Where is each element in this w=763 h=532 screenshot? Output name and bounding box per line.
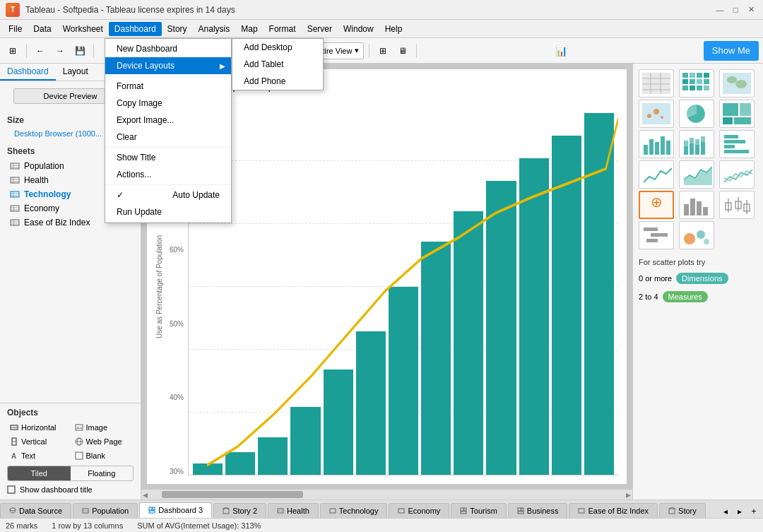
menu-format[interactable]: Format [105,78,231,95]
floating-button[interactable]: Floating [71,466,134,480]
tab-health[interactable]: Health [268,503,319,518]
menu-data[interactable]: Data [28,22,57,36]
minimize-button[interactable]: — [714,4,726,16]
thumb-bubble[interactable] [679,221,714,249]
thumb-map-geo[interactable] [719,69,755,97]
tab-dashboard[interactable]: Dashboard [0,64,56,81]
thumb-map-scatter[interactable] [639,100,674,128]
bar-1[interactable] [193,463,223,475]
toolbar-grid[interactable]: ⊞ [374,42,391,59]
bar-13[interactable] [584,113,614,475]
thumb-pie[interactable] [679,100,714,128]
toolbar-monitor[interactable]: 🖥 [394,42,411,59]
object-image[interactable]: Image [72,422,134,433]
thumb-text-table[interactable] [639,69,674,97]
y-tick-30: 30% [170,468,184,475]
menu-export-image[interactable]: Export Image... [105,112,231,129]
thumb-treemap[interactable] [719,100,755,128]
tab-layout[interactable]: Layout [56,64,95,81]
thumb-line[interactable] [639,160,674,189]
tab-story[interactable]: Story [659,503,706,518]
thumb-bar[interactable] [639,130,674,158]
tab-economy[interactable]: Economy [389,503,449,518]
bar-4[interactable] [290,407,320,475]
svg-rect-72 [701,142,705,155]
tab-population[interactable]: Population [73,503,138,518]
menu-new-dashboard[interactable]: New Dashboard [105,40,231,57]
tab-add[interactable]: + [747,505,760,518]
thumb-histogram[interactable] [679,191,714,219]
sheet-population-label: Population [24,161,64,171]
menu-file[interactable]: File [3,22,28,36]
menu-actions[interactable]: Actions... [105,166,231,183]
bar-5[interactable] [324,370,353,475]
menu-device-layouts[interactable]: Device Layouts ▶ [105,57,231,74]
bar-6[interactable] [356,331,386,475]
svg-rect-66 [684,146,688,155]
bar-11[interactable] [519,158,549,475]
bar-7[interactable] [389,287,418,475]
bar-8[interactable] [421,242,451,475]
submenu-add-tablet[interactable]: Add Tablet [232,56,323,73]
menu-help[interactable]: Help [379,22,408,36]
scrollbar-thumb[interactable] [162,491,303,498]
menu-map[interactable]: Map [235,22,263,36]
bar-3[interactable] [258,437,288,475]
tab-data-source[interactable]: Data Source [0,503,71,518]
tab-dashboard3[interactable]: Dashboard 3 [139,502,212,518]
toolbar-save[interactable]: 💾 [71,42,88,59]
tab-technology[interactable]: Technology [320,503,388,518]
thumb-scatter[interactable]: ⊕ [639,191,674,219]
submenu-add-phone[interactable]: Add Phone [232,73,323,90]
menu-auto-update[interactable]: Auto Update [105,187,231,203]
object-web-page[interactable]: Web Page [72,436,134,447]
toolbar-new[interactable]: ⊞ [4,42,21,59]
tab-ease-of-biz[interactable]: Ease of Biz Index [569,503,658,518]
menu-window[interactable]: Window [338,22,379,36]
object-vertical[interactable]: Vertical [7,436,69,447]
menu-show-title[interactable]: Show Title [105,149,231,166]
toolbar-forward[interactable]: → [52,42,69,59]
bar-12[interactable] [552,136,581,475]
thumb-stacked-bar[interactable] [679,130,714,158]
menu-copy-image[interactable]: Copy Image [105,95,231,112]
menu-dashboard[interactable]: Dashboard [109,22,162,36]
menu-server[interactable]: Server [302,22,338,36]
object-text[interactable]: A Text [7,450,69,461]
object-horizontal[interactable]: Horizontal [7,422,69,433]
menu-worksheet[interactable]: Worksheet [57,22,109,36]
scroll-right-btn[interactable]: ▸ [626,489,631,500]
thumb-hbar[interactable] [719,130,755,158]
horizontal-scrollbar[interactable]: ◂ ▸ [141,490,632,500]
thumb-gantt[interactable] [639,221,674,249]
tab-business[interactable]: Business [508,503,568,518]
tab-scroll-left[interactable]: ◂ [719,505,732,518]
svg-rect-47 [697,85,702,90]
submenu-add-desktop[interactable]: Add Desktop [232,39,323,56]
menu-story[interactable]: Story [162,22,193,36]
thumb-boxplot[interactable] [719,191,755,219]
menu-run-update[interactable]: Run Update [105,203,231,220]
menu-format[interactable]: Format [264,22,302,36]
menu-clear[interactable]: Clear [105,129,231,146]
menu-section-3: Show Title Actions... [105,148,231,185]
show-me-button[interactable]: Show Me [704,41,759,61]
bar-2[interactable] [225,452,255,475]
toolbar-back[interactable]: ← [32,42,49,59]
thumb-heat-map[interactable] [679,69,714,97]
tab-tourism[interactable]: Tourism [451,503,507,518]
tab-scroll-right[interactable]: ▸ [733,505,746,518]
menu-analysis[interactable]: Analysis [193,22,236,36]
tab-story2[interactable]: Story 2 [213,503,266,518]
thumb-dual-line[interactable] [719,160,755,189]
maximize-button[interactable]: □ [729,4,742,16]
bar-10[interactable] [486,181,516,475]
scroll-left-btn[interactable]: ◂ [143,489,148,500]
object-blank[interactable]: Blank [72,450,134,461]
toolbar-present[interactable]: 📊 [553,42,570,59]
thumb-area[interactable] [679,160,714,189]
bar-9[interactable] [454,211,483,475]
sheet-icon-population [10,161,20,171]
tiled-button[interactable]: Tiled [8,466,71,480]
close-button[interactable]: ✕ [745,4,757,16]
